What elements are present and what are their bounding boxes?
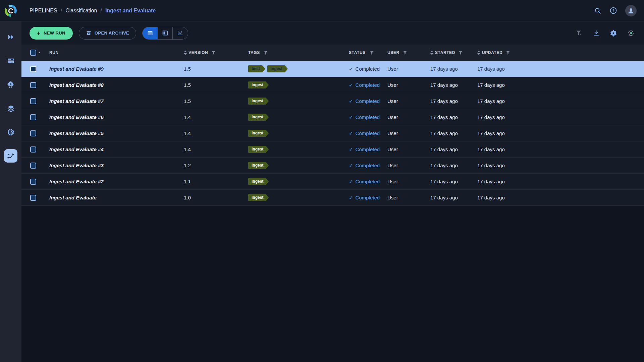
- server-icon: [7, 57, 15, 65]
- download-button[interactable]: [593, 29, 600, 37]
- run-name-link[interactable]: Ingest and Evaluate #5: [49, 130, 104, 136]
- row-checkbox[interactable]: [30, 98, 36, 104]
- sidebar-item-models[interactable]: [4, 125, 17, 139]
- run-started: 17 days ago: [429, 163, 476, 168]
- search-button[interactable]: [594, 7, 601, 14]
- view-details-segment[interactable]: [158, 27, 173, 39]
- search-icon: [594, 7, 601, 14]
- layers-icon: [7, 104, 15, 113]
- row-checkbox[interactable]: [30, 66, 36, 72]
- breadcrumb-current: Ingest and Evaluate: [105, 8, 156, 14]
- run-user: User: [386, 82, 429, 88]
- run-name-link[interactable]: Ingest and Evaluate #8: [49, 82, 104, 88]
- run-updated: 17 days ago: [476, 195, 526, 200]
- row-checkbox[interactable]: [30, 195, 36, 201]
- row-checkbox[interactable]: [30, 130, 36, 136]
- table-row[interactable]: Ingest and Evaluate #5 1.4 ingest ✓ Comp…: [21, 125, 644, 141]
- logo-icon: C: [3, 3, 18, 18]
- column-header-run[interactable]: RUN: [49, 50, 59, 55]
- run-status: ✓ Completed: [347, 195, 386, 201]
- filter-icon[interactable]: [370, 51, 374, 55]
- column-header-started[interactable]: STARTED: [435, 50, 455, 55]
- breadcrumb-project[interactable]: Classification: [65, 8, 97, 14]
- tag-ingest: ingest: [248, 162, 269, 169]
- new-run-label: NEW RUN: [44, 31, 65, 36]
- open-archive-button[interactable]: OPEN ARCHIVE: [79, 27, 136, 40]
- table-row[interactable]: Ingest and Evaluate #9 1.5 bestingest ✓ …: [21, 61, 644, 77]
- run-tags: ingest: [247, 146, 347, 153]
- run-version: 1.4: [181, 146, 247, 152]
- table-row[interactable]: Ingest and Evaluate #3 1.2 ingest ✓ Comp…: [21, 158, 644, 174]
- row-checkbox[interactable]: [30, 146, 36, 153]
- clear-filters-button[interactable]: [576, 29, 583, 37]
- column-header-status[interactable]: STATUS: [349, 50, 366, 55]
- column-header-tags[interactable]: TAGS: [248, 50, 260, 55]
- table-row[interactable]: Ingest and Evaluate #7 1.5 ingest ✓ Comp…: [21, 93, 644, 109]
- run-started: 17 days ago: [429, 66, 476, 72]
- table-row[interactable]: Ingest and Evaluate #6 1.4 ingest ✓ Comp…: [21, 109, 644, 125]
- run-status: ✓ Completed: [347, 146, 386, 153]
- table-row[interactable]: Ingest and Evaluate #8 1.5 ingest ✓ Comp…: [21, 77, 644, 93]
- toolbar-right-actions: [576, 29, 644, 37]
- clearml-logo[interactable]: C: [0, 0, 21, 21]
- run-tags: bestingest: [247, 65, 347, 72]
- tag-ingest: ingest: [248, 98, 269, 105]
- sort-icon[interactable]: [430, 51, 433, 55]
- select-all-checkbox[interactable]: [30, 50, 36, 56]
- double-chevron-right-icon: [7, 33, 15, 41]
- breadcrumb-pipelines[interactable]: PIPELINES: [30, 8, 57, 14]
- filter-icon[interactable]: [403, 51, 407, 55]
- run-tags: ingest: [247, 98, 347, 105]
- run-version: 1.4: [181, 114, 247, 120]
- run-tags: ingest: [247, 114, 347, 121]
- sort-icon[interactable]: [477, 51, 480, 55]
- filter-icon[interactable]: [264, 51, 268, 55]
- sidebar-item-pipelines[interactable]: [4, 149, 17, 163]
- run-user: User: [386, 195, 429, 200]
- brain-icon: [6, 128, 15, 136]
- column-header-updated[interactable]: UPDATED: [482, 50, 502, 55]
- new-run-button[interactable]: + NEW RUN: [30, 27, 73, 40]
- view-metrics-segment[interactable]: [173, 27, 188, 39]
- tag-best: best: [248, 65, 265, 72]
- tag-ingest: ingest: [248, 114, 269, 121]
- run-user: User: [386, 146, 429, 152]
- run-name-link[interactable]: Ingest and Evaluate #6: [49, 114, 104, 120]
- sidebar-item-datasets[interactable]: [4, 102, 17, 115]
- run-name-link[interactable]: Ingest and Evaluate #2: [49, 179, 104, 184]
- table-row[interactable]: Ingest and Evaluate #2 1.1 ingest ✓ Comp…: [21, 174, 644, 190]
- user-avatar[interactable]: [625, 5, 637, 16]
- row-checkbox[interactable]: [30, 163, 36, 169]
- run-name-link[interactable]: Ingest and Evaluate #9: [49, 66, 104, 72]
- sidebar-item-workers-queues[interactable]: [4, 54, 17, 67]
- run-updated: 17 days ago: [476, 82, 526, 88]
- column-header-user[interactable]: USER: [387, 50, 399, 55]
- table-body: Ingest and Evaluate #9 1.5 bestingest ✓ …: [21, 61, 644, 206]
- view-table-segment[interactable]: [143, 27, 158, 39]
- run-name-link[interactable]: Ingest and Evaluate #7: [49, 98, 104, 104]
- run-name-link[interactable]: Ingest and Evaluate #3: [49, 163, 104, 168]
- sort-icon[interactable]: [184, 51, 187, 55]
- table-row[interactable]: Ingest and Evaluate 1.0 ingest ✓ Complet…: [21, 190, 644, 206]
- auto-refresh-button[interactable]: [627, 29, 635, 37]
- tag-ingest: ingest: [248, 146, 269, 153]
- row-checkbox[interactable]: [30, 179, 36, 185]
- run-status: ✓ Completed: [347, 82, 386, 88]
- filter-icon[interactable]: [459, 51, 463, 55]
- run-updated: 17 days ago: [476, 114, 526, 120]
- column-header-version[interactable]: VERSION: [189, 50, 208, 55]
- run-status: ✓ Completed: [347, 179, 386, 185]
- tag-ingest: ingest: [267, 65, 288, 72]
- settings-button[interactable]: [610, 29, 617, 37]
- table-row[interactable]: Ingest and Evaluate #4 1.4 ingest ✓ Comp…: [21, 141, 644, 158]
- run-name-link[interactable]: Ingest and Evaluate #4: [49, 146, 104, 152]
- run-name-link[interactable]: Ingest and Evaluate: [49, 195, 97, 200]
- run-status: ✓ Completed: [347, 114, 386, 120]
- filter-icon[interactable]: [506, 51, 510, 55]
- row-checkbox[interactable]: [30, 114, 36, 120]
- sidebar-item-applications[interactable]: [4, 78, 17, 91]
- filter-icon[interactable]: [212, 51, 215, 55]
- sidebar-item-projects[interactable]: [4, 30, 17, 44]
- help-button[interactable]: ?: [609, 7, 617, 14]
- row-checkbox[interactable]: [30, 82, 36, 88]
